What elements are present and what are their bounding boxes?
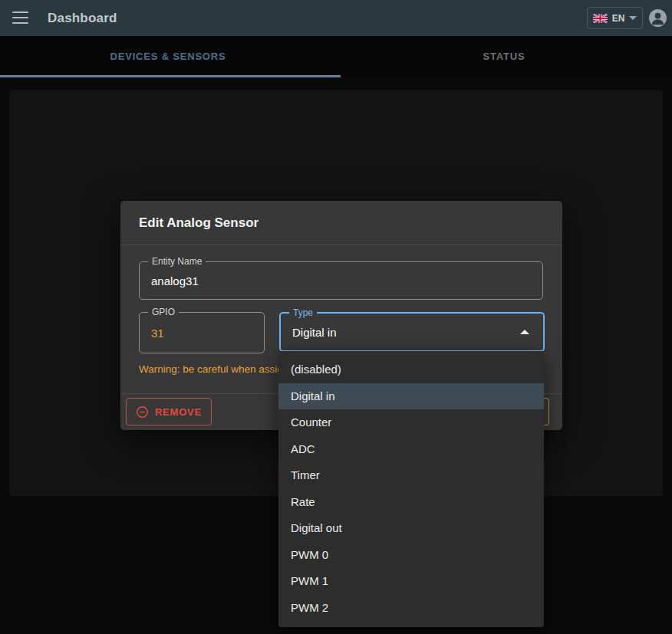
app-title: Dashboard [48, 0, 117, 36]
gpio-value: 31 [151, 313, 164, 353]
type-select[interactable]: Type Digital in [279, 312, 545, 352]
gpio-warning-text: Warning: be careful when assig [139, 363, 283, 375]
gpio-field[interactable]: GPIO 31 [139, 312, 265, 353]
menu-item-timer[interactable]: Timer [278, 462, 544, 489]
language-selector[interactable]: EN [587, 7, 643, 29]
language-label: EN [612, 13, 625, 24]
uk-flag-icon [593, 14, 608, 23]
entity-name-field[interactable]: Entity Name analog31 [139, 261, 543, 300]
person-icon [649, 9, 667, 27]
dialog-title: Edit Analog Sensor [139, 201, 259, 245]
menu-item-digital-out[interactable]: Digital out [278, 515, 544, 542]
chevron-down-icon [629, 16, 637, 20]
menu-item-adc[interactable]: ADC [278, 436, 544, 463]
tab-bar: DEVICES & SENSORS STATUS [0, 36, 672, 77]
tab-status[interactable]: STATUS [336, 36, 672, 77]
chevron-up-icon [520, 330, 529, 334]
tab-devices-sensors[interactable]: DEVICES & SENSORS [0, 36, 336, 77]
user-avatar[interactable] [649, 9, 667, 27]
app-bar: Dashboard EN [0, 0, 672, 36]
remove-button[interactable]: REMOVE [126, 398, 212, 425]
menu-icon[interactable] [12, 11, 28, 24]
menu-item-pwm2[interactable]: PWM 2 [278, 595, 544, 622]
menu-item-digital-in[interactable]: Digital in [278, 383, 544, 410]
remove-label: REMOVE [155, 406, 202, 418]
dashboard-page: Dashboard EN DEVICES & SENSORS STATUS [0, 0, 672, 634]
type-dropdown-menu: (disabled) Digital in Counter ADC Timer … [278, 351, 544, 627]
active-tab-indicator [0, 75, 341, 77]
menu-item-pwm1[interactable]: PWM 1 [278, 568, 544, 595]
entity-name-value: analog31 [151, 262, 199, 299]
dialog-header-divider [120, 245, 562, 245]
menu-item-rate[interactable]: Rate [278, 489, 544, 516]
menu-item-counter[interactable]: Counter [278, 409, 544, 436]
remove-circle-icon [136, 406, 149, 419]
menu-item-pwm0[interactable]: PWM 0 [278, 542, 544, 569]
type-selected-value: Digital in [292, 314, 337, 350]
menu-item-disabled[interactable]: (disabled) [278, 356, 544, 383]
